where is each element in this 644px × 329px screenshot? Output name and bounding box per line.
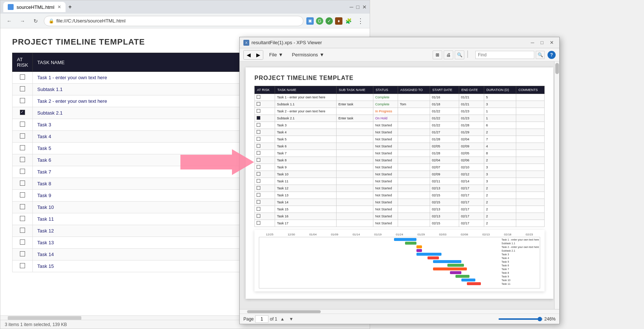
- xps-view-icon[interactable]: 🔍: [455, 50, 464, 59]
- xps-hscrollbar[interactable]: [240, 309, 559, 314]
- risk-checkbox[interactable]: [20, 192, 25, 197]
- at-risk-cell[interactable]: [13, 143, 33, 154]
- xps-start-cell: 01/22: [430, 108, 459, 115]
- xps-back-nav[interactable]: ◀: [244, 50, 253, 59]
- xps-duration-cell: 2: [484, 213, 516, 220]
- xps-table-row: Task 2 - enter your own text here In Pro…: [255, 108, 545, 115]
- tab-close-button[interactable]: ✕: [57, 4, 61, 10]
- xps-page-down-button[interactable]: ▼: [288, 315, 295, 323]
- risk-checkbox[interactable]: [20, 216, 25, 221]
- at-risk-cell[interactable]: [13, 95, 33, 107]
- at-risk-cell[interactable]: [13, 213, 33, 225]
- maximize-icon[interactable]: □: [356, 4, 359, 10]
- gantt-bar: [416, 253, 442, 256]
- at-risk-cell[interactable]: [13, 178, 33, 190]
- ext-check-icon[interactable]: ✓: [325, 17, 333, 25]
- xps-atrisk-cell: [255, 108, 275, 115]
- risk-checkbox[interactable]: [20, 98, 25, 103]
- xps-page[interactable]: PROJECT TIMELINE TEMPLATE AT RISK TASK N…: [240, 62, 559, 309]
- ext-puzzle-icon[interactable]: 🧩: [345, 17, 352, 25]
- at-risk-cell[interactable]: [13, 72, 33, 84]
- xps-assigned-cell: [398, 185, 430, 192]
- at-risk-cell[interactable]: [13, 84, 33, 95]
- risk-checkbox[interactable]: [20, 251, 25, 256]
- xps-viewer-window: X resultantFile(1).xps - XPS Viewer ─ □ …: [239, 37, 560, 324]
- xps-minimize-button[interactable]: ─: [528, 39, 536, 47]
- xps-print-icon[interactable]: 🖨: [444, 50, 453, 59]
- xps-subtask-cell: Enter task: [337, 115, 373, 122]
- task-name-cell: Task 10: [33, 202, 246, 213]
- browser-tab[interactable]: sourceHTML.html ✕: [3, 2, 66, 12]
- address-bar[interactable]: 🔒 file:///C:/Users/sourceHTML.html: [44, 16, 303, 26]
- at-risk-cell[interactable]: [13, 119, 33, 131]
- risk-checkbox[interactable]: [20, 145, 25, 150]
- at-risk-cell[interactable]: [13, 225, 33, 237]
- refresh-button[interactable]: ↻: [31, 16, 41, 26]
- at-risk-cell[interactable]: [13, 166, 33, 178]
- xps-duration-cell: 3: [484, 101, 516, 108]
- risk-checkbox[interactable]: [20, 110, 25, 115]
- risk-checkbox[interactable]: [20, 181, 25, 186]
- forward-button[interactable]: →: [17, 16, 28, 26]
- xps-find-input[interactable]: [475, 51, 534, 59]
- xps-file-menu[interactable]: File ▼: [266, 51, 286, 59]
- at-risk-cell[interactable]: [13, 190, 33, 202]
- xps-start-cell: 02/07: [430, 164, 459, 171]
- at-risk-cell[interactable]: [13, 260, 33, 272]
- xps-close-button[interactable]: ✕: [548, 39, 556, 47]
- xps-vscrollbar[interactable]: [554, 62, 559, 309]
- xps-status-cell: Not Started: [373, 206, 398, 213]
- xps-atrisk-cell: [255, 143, 275, 150]
- risk-checkbox[interactable]: [20, 169, 25, 174]
- xps-start-cell: 01/27: [430, 129, 459, 136]
- risk-checkbox[interactable]: [20, 204, 25, 209]
- xps-atrisk-cell: [255, 94, 275, 101]
- xps-start-cell: 01/22: [430, 115, 459, 122]
- xps-maximize-button[interactable]: □: [538, 39, 546, 47]
- risk-checkbox[interactable]: [20, 86, 25, 91]
- xps-find-button[interactable]: 🔍: [536, 51, 545, 59]
- at-risk-cell[interactable]: [13, 237, 33, 249]
- at-risk-cell[interactable]: [13, 154, 33, 166]
- xps-atrisk-cell: [255, 129, 275, 136]
- risk-checkbox[interactable]: [20, 228, 25, 233]
- close-icon[interactable]: ✕: [362, 4, 367, 10]
- xps-comments-cell: [516, 101, 545, 108]
- risk-checkbox[interactable]: [20, 122, 25, 127]
- risk-checkbox[interactable]: [20, 263, 25, 268]
- risk-checkbox[interactable]: [20, 239, 25, 245]
- risk-checkbox[interactable]: [20, 133, 25, 139]
- xps-subtask-cell: [337, 199, 373, 206]
- risk-checkbox[interactable]: [20, 74, 25, 80]
- browser-menu-button[interactable]: ⋮: [355, 16, 366, 26]
- new-tab-button[interactable]: +: [68, 4, 72, 10]
- ext-google-icon[interactable]: G: [316, 17, 323, 25]
- xps-file-arrow: ▼: [278, 52, 283, 57]
- xps-col-end: END DATE: [459, 86, 484, 94]
- xps-forward-nav[interactable]: ▶: [253, 50, 263, 59]
- at-risk-cell[interactable]: [13, 249, 33, 260]
- xps-comments-cell: [516, 150, 545, 157]
- ext-monitor-icon[interactable]: ▣: [306, 17, 314, 25]
- ext-shape-icon[interactable]: ♦: [335, 17, 342, 25]
- xps-zoom-slider[interactable]: [499, 318, 543, 320]
- xps-permissions-menu[interactable]: Permissions ▼: [289, 51, 327, 59]
- col-at-risk: AT RISK: [13, 53, 33, 72]
- minimize-icon[interactable]: ─: [350, 4, 353, 10]
- back-button[interactable]: ←: [4, 16, 14, 26]
- at-risk-cell[interactable]: [13, 107, 33, 119]
- at-risk-cell[interactable]: [13, 131, 33, 143]
- at-risk-cell[interactable]: [13, 202, 33, 213]
- xps-help-button[interactable]: ?: [548, 51, 556, 59]
- xps-atrisk-cell: [255, 171, 275, 178]
- xps-start-cell: 02/15: [430, 199, 459, 206]
- xps-taskname-cell: Task 4: [275, 129, 337, 136]
- xps-grid-icon[interactable]: ⊞: [433, 50, 442, 59]
- xps-status-cell: Complete: [373, 101, 398, 108]
- xps-assigned-cell: [398, 164, 430, 171]
- xps-end-cell: 02/17: [459, 192, 484, 199]
- gantt-label: 02/08: [454, 233, 475, 236]
- xps-page-up-button[interactable]: ▲: [279, 315, 286, 323]
- xps-page-input[interactable]: [255, 315, 268, 323]
- risk-checkbox[interactable]: [20, 157, 25, 162]
